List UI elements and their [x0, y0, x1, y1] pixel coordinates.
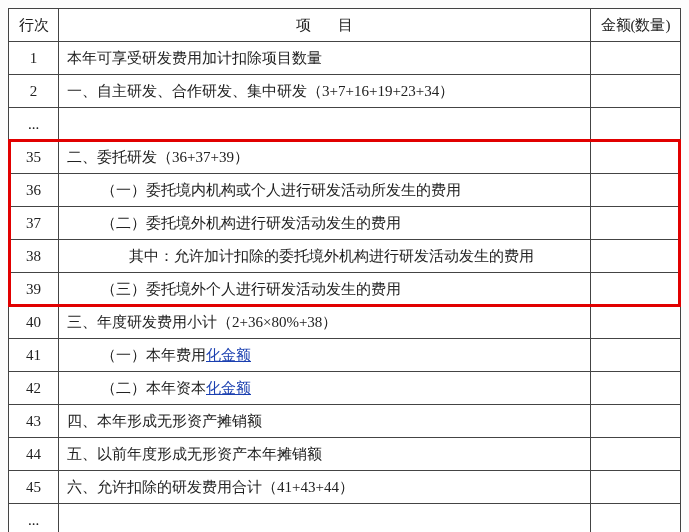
cell-amount: [591, 75, 681, 108]
cell-text: （一）本年费用: [101, 347, 206, 363]
cell-rownum: 42: [9, 372, 59, 405]
cell-amount: [591, 273, 681, 306]
cell-amount: [591, 108, 681, 141]
table-row: 39 （三）委托境外个人进行研发活动发生的费用: [9, 273, 681, 306]
cell-rownum: 37: [9, 207, 59, 240]
table-row: 41 （一）本年费用化金额: [9, 339, 681, 372]
cell-item: [59, 504, 591, 533]
header-row: 行次 项 目 金额(数量): [9, 9, 681, 42]
cell-item: 六、允许扣除的研发费用合计（41+43+44）: [59, 471, 591, 504]
table-row: 45 六、允许扣除的研发费用合计（41+43+44）: [9, 471, 681, 504]
cell-amount: [591, 207, 681, 240]
cell-rownum: 43: [9, 405, 59, 438]
table-row: 37 （二）委托境外机构进行研发活动发生的费用: [9, 207, 681, 240]
cell-item: （二）委托境外机构进行研发活动发生的费用: [59, 207, 591, 240]
cell-rownum: 45: [9, 471, 59, 504]
table-row: 36 （一）委托境内机构或个人进行研发活动所发生的费用: [9, 174, 681, 207]
table-container: 行次 项 目 金额(数量) 1 本年可享受研发费用加计扣除项目数量 2 一、自主…: [8, 8, 681, 532]
cell-amount: [591, 42, 681, 75]
cell-rownum: 2: [9, 75, 59, 108]
table-row: 40 三、年度研发费用小计（2+36×80%+38）: [9, 306, 681, 339]
table-row: 2 一、自主研发、合作研发、集中研发（3+7+16+19+23+34）: [9, 75, 681, 108]
table-row: 1 本年可享受研发费用加计扣除项目数量: [9, 42, 681, 75]
cell-amount: [591, 372, 681, 405]
table-row: 42 （二）本年资本化金额: [9, 372, 681, 405]
table-row: 44 五、以前年度形成无形资产本年摊销额: [9, 438, 681, 471]
cell-item: [59, 108, 591, 141]
cell-amount: [591, 240, 681, 273]
cell-item: 其中：允许加计扣除的委托境外机构进行研发活动发生的费用: [59, 240, 591, 273]
cell-rownum: 38: [9, 240, 59, 273]
cell-item: 三、年度研发费用小计（2+36×80%+38）: [59, 306, 591, 339]
cell-item: 二、委托研发（36+37+39）: [59, 141, 591, 174]
table-row: 43 四、本年形成无形资产摊销额: [9, 405, 681, 438]
cell-item: （一）本年费用化金额: [59, 339, 591, 372]
header-rownum: 行次: [9, 9, 59, 42]
link-amount[interactable]: 化金额: [206, 380, 251, 396]
cell-text: （二）本年资本: [101, 380, 206, 396]
cell-rownum: 39: [9, 273, 59, 306]
cell-amount: [591, 339, 681, 372]
table-row: 35 二、委托研发（36+37+39）: [9, 141, 681, 174]
cell-item: （三）委托境外个人进行研发活动发生的费用: [59, 273, 591, 306]
cell-rownum: 1: [9, 42, 59, 75]
cell-rownum: 35: [9, 141, 59, 174]
cell-rownum: 40: [9, 306, 59, 339]
header-amount: 金额(数量): [591, 9, 681, 42]
cell-amount: [591, 174, 681, 207]
cell-amount: [591, 405, 681, 438]
cell-rownum: ...: [9, 108, 59, 141]
cell-item: 一、自主研发、合作研发、集中研发（3+7+16+19+23+34）: [59, 75, 591, 108]
ellipsis-row: ...: [9, 504, 681, 533]
cell-rownum: 44: [9, 438, 59, 471]
cell-item: 四、本年形成无形资产摊销额: [59, 405, 591, 438]
cell-amount: [591, 141, 681, 174]
cell-item: 本年可享受研发费用加计扣除项目数量: [59, 42, 591, 75]
cell-amount: [591, 438, 681, 471]
cell-rownum: ...: [9, 504, 59, 533]
cell-amount: [591, 471, 681, 504]
link-amount[interactable]: 化金额: [206, 347, 251, 363]
ellipsis-row: ...: [9, 108, 681, 141]
cell-rownum: 36: [9, 174, 59, 207]
header-item: 项 目: [59, 9, 591, 42]
cell-amount: [591, 504, 681, 533]
cell-item: （一）委托境内机构或个人进行研发活动所发生的费用: [59, 174, 591, 207]
cell-item: 五、以前年度形成无形资产本年摊销额: [59, 438, 591, 471]
cell-rownum: 41: [9, 339, 59, 372]
cell-item: （二）本年资本化金额: [59, 372, 591, 405]
cell-amount: [591, 306, 681, 339]
rd-expense-table: 行次 项 目 金额(数量) 1 本年可享受研发费用加计扣除项目数量 2 一、自主…: [8, 8, 681, 532]
table-row: 38 其中：允许加计扣除的委托境外机构进行研发活动发生的费用: [9, 240, 681, 273]
